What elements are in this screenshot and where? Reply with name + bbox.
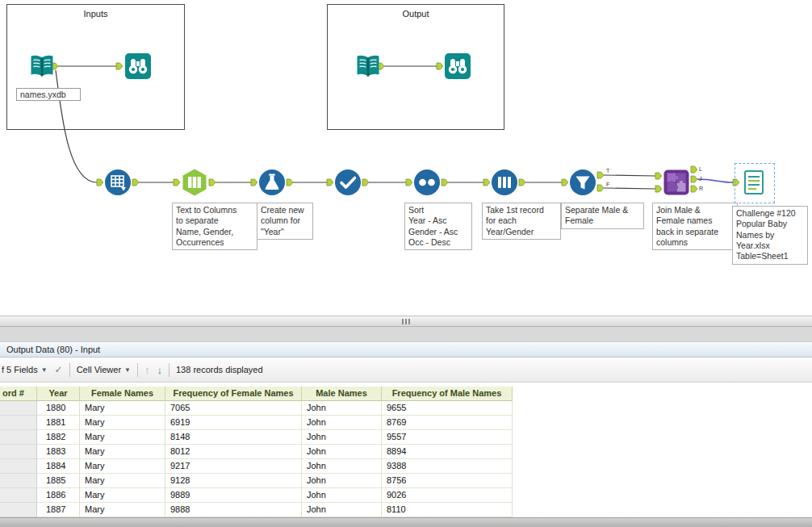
- wire: [604, 175, 655, 176]
- annotation-text-to-columns[interactable]: Text to Columns to separate Name, Gender…: [172, 203, 257, 250]
- input-file-label[interactable]: names.yxdb: [16, 88, 81, 101]
- grid-cell[interactable]: John: [302, 474, 382, 488]
- book-icon: [27, 52, 57, 81]
- grid-cell[interactable]: 9888: [165, 503, 302, 517]
- input-data-tool[interactable]: [27, 52, 57, 81]
- grid-cell[interactable]: 7065: [165, 401, 302, 416]
- arrow-down-icon[interactable]: ↓: [157, 364, 162, 376]
- checkmark-icon: [333, 168, 362, 197]
- grid-row: 1881Mary6919John8769: [0, 416, 513, 430]
- grid-cell[interactable]: 9889: [165, 488, 302, 503]
- selected-wire[interactable]: [697, 179, 733, 182]
- annotation-filter[interactable]: Separate Male & Female: [561, 203, 644, 229]
- chevron-down-icon: ▼: [124, 366, 131, 374]
- grid-cell[interactable]: Mary: [80, 445, 165, 459]
- grid-cell[interactable]: 1881: [37, 416, 80, 430]
- grid-header-cell[interactable]: ord #: [0, 387, 37, 401]
- join-tool[interactable]: [662, 168, 691, 197]
- grid-cell[interactable]: John: [302, 445, 382, 459]
- grid-cell[interactable]: 1887: [37, 503, 80, 517]
- hexagon-columns-icon: [180, 168, 209, 197]
- cell-viewer-dropdown[interactable]: Cell Viewer ▼: [77, 365, 131, 374]
- record-number-cell[interactable]: [0, 430, 37, 445]
- browse-tool[interactable]: [443, 52, 472, 81]
- grid-cell[interactable]: Mary: [80, 488, 165, 503]
- grid-cell[interactable]: John: [302, 430, 382, 445]
- grid-cell[interactable]: 1883: [37, 445, 80, 459]
- grid-cell[interactable]: 8894: [382, 445, 513, 459]
- grid-header-cell[interactable]: Year: [37, 387, 80, 401]
- sample-tool[interactable]: [490, 168, 519, 197]
- grid-cell[interactable]: 1882: [37, 430, 80, 445]
- grid-cell[interactable]: Mary: [80, 401, 165, 416]
- browse-tool[interactable]: [123, 52, 153, 81]
- grid-cell[interactable]: John: [302, 488, 382, 503]
- fields-dropdown-label: f 5 Fields: [2, 365, 38, 374]
- grid-cell[interactable]: 1884: [37, 459, 80, 474]
- grid-cell[interactable]: 8012: [165, 445, 302, 459]
- select-tool[interactable]: [333, 168, 362, 197]
- grid-cell[interactable]: 9217: [165, 459, 302, 474]
- record-number-cell[interactable]: [0, 445, 37, 459]
- grid-cell[interactable]: John: [302, 416, 382, 430]
- annotation-sort[interactable]: Sort Year - Asc Gender - Asc Occ - Desc: [404, 203, 472, 250]
- grid-cell[interactable]: 9388: [382, 459, 513, 474]
- funnel-icon: [568, 168, 597, 197]
- results-panel-title: Output Data (80) - Input: [0, 341, 812, 358]
- toolbar-separator: [169, 363, 170, 377]
- grid-cell[interactable]: John: [302, 459, 382, 474]
- record-number-cell[interactable]: [0, 459, 37, 474]
- output-data-tool[interactable]: [739, 168, 768, 197]
- grid-cell[interactable]: 1886: [37, 488, 80, 503]
- sort-tool[interactable]: [412, 168, 442, 197]
- container-output-label: Output: [328, 5, 504, 19]
- grid-cell[interactable]: 8769: [382, 416, 513, 430]
- formula-tool[interactable]: [257, 168, 287, 197]
- grid-header-cell[interactable]: Frequency of Male Names: [382, 387, 513, 401]
- grid-header-cell[interactable]: Frequency of Female Names: [165, 387, 302, 401]
- grid-cell[interactable]: Mary: [80, 416, 165, 430]
- grid-cell[interactable]: 9655: [382, 401, 513, 416]
- annotation-sample[interactable]: Take 1st record for each Year/Gender: [482, 203, 561, 240]
- grid-cell[interactable]: 9557: [382, 430, 513, 445]
- splitter-bar[interactable]: [0, 316, 812, 327]
- grid-row: 1886Mary9889John9026: [0, 488, 513, 503]
- annotation-output[interactable]: Challenge #120 Popular Baby Names by Yea…: [732, 206, 808, 265]
- grid-cell[interactable]: 8110: [382, 503, 513, 517]
- results-grid[interactable]: ord #YearFemale NamesFrequency of Female…: [0, 387, 513, 517]
- text-to-columns-tool[interactable]: [180, 168, 209, 197]
- grid-cell[interactable]: Mary: [80, 503, 165, 517]
- record-number-cell[interactable]: [0, 503, 37, 517]
- record-number-cell[interactable]: [0, 401, 37, 416]
- grid-cell[interactable]: Mary: [80, 430, 165, 445]
- arrow-up-icon[interactable]: ↑: [144, 364, 150, 376]
- grid-cell[interactable]: 1880: [37, 401, 80, 416]
- cell-viewer-label: Cell Viewer: [77, 365, 121, 374]
- grid-cell[interactable]: 1885: [37, 474, 80, 488]
- grid-cell[interactable]: Mary: [80, 474, 165, 488]
- annotation-join[interactable]: Join Male & Female names back in separat…: [652, 203, 738, 250]
- record-number-cell[interactable]: [0, 416, 37, 430]
- grid-cell[interactable]: John: [302, 401, 382, 416]
- annotation-formula[interactable]: Create new column for "Year": [257, 203, 313, 240]
- grid-cell[interactable]: 8756: [382, 474, 513, 488]
- grid-cell[interactable]: 9128: [165, 474, 302, 488]
- grid-cell[interactable]: 8148: [165, 430, 302, 445]
- grid-cell[interactable]: 6919: [165, 416, 302, 430]
- grid-cell[interactable]: Mary: [80, 459, 165, 474]
- record-number-cell[interactable]: [0, 488, 37, 503]
- apply-check-icon[interactable]: ✓: [55, 364, 63, 375]
- status-bar: [0, 517, 812, 527]
- grid-header-cell[interactable]: Male Names: [302, 387, 382, 401]
- grid-cell[interactable]: John: [302, 503, 382, 517]
- wire: [604, 188, 655, 189]
- record-number-cell[interactable]: [0, 474, 37, 488]
- book-icon: [354, 52, 383, 81]
- input-data-tool[interactable]: [354, 52, 383, 81]
- transpose-tool[interactable]: [103, 168, 132, 197]
- filter-tool[interactable]: [568, 168, 597, 197]
- grid-cell[interactable]: 9026: [382, 488, 513, 503]
- grid-header-cell[interactable]: Female Names: [80, 387, 165, 401]
- fields-dropdown[interactable]: f 5 Fields ▼: [2, 365, 48, 374]
- workflow-canvas[interactable]: Inputs Output: [0, 0, 812, 316]
